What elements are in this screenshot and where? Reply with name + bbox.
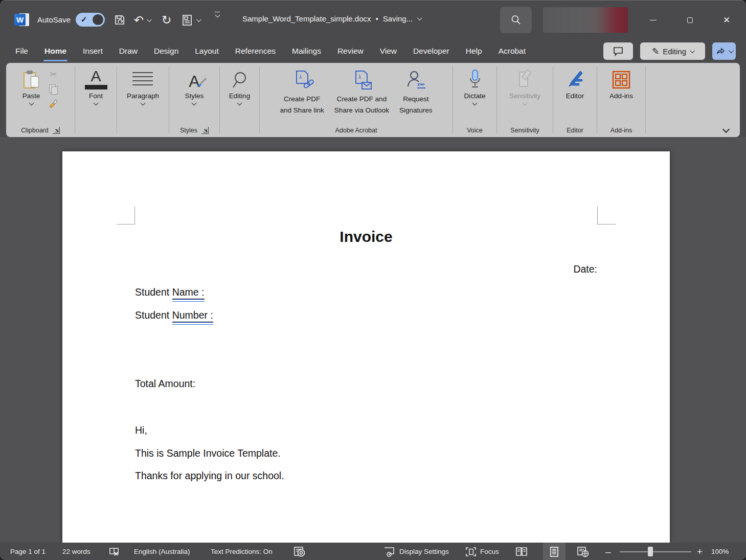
web-layout-icon — [577, 546, 589, 557]
print-layout-button[interactable] — [543, 543, 566, 560]
comments-button[interactable] — [603, 42, 633, 60]
student-number-field[interactable]: Number : — [172, 309, 213, 322]
font-icon: A — [91, 69, 101, 84]
focus-button[interactable]: Focus — [465, 543, 499, 560]
minimize-button[interactable] — [641, 8, 665, 32]
undo-button[interactable]: ↶ — [134, 12, 150, 28]
chevron-down-icon — [29, 101, 34, 106]
customize-qat-button[interactable] — [215, 12, 220, 28]
create-pdf-share-link-button[interactable]: λ Create PDF and Share link — [275, 68, 329, 115]
addins-label: Add-ins — [609, 92, 633, 100]
tab-file[interactable]: File — [7, 39, 36, 63]
proofing-status-button[interactable] — [109, 543, 120, 560]
editor-button[interactable]: Editor — [565, 68, 585, 100]
chevron-down-icon — [141, 101, 146, 106]
chevron-down-icon — [192, 101, 197, 106]
sensitivity-button: Sensitivity — [509, 68, 540, 105]
clipboard-group: Paste ✂ Clipboard — [6, 63, 75, 137]
tab-design[interactable]: Design — [146, 39, 187, 63]
dictate-button[interactable]: Dictate — [464, 68, 485, 105]
tab-home[interactable]: Home — [36, 39, 75, 63]
chevron-down-icon — [417, 15, 422, 20]
styles-menu-button[interactable]: A Styles — [185, 68, 204, 105]
zoom-out-button[interactable]: – — [605, 543, 611, 560]
title-bar: W AutoSave ✓ ↶ ↻ Sample_Word_Template_si… — [0, 1, 746, 39]
sensitivity-label: Sensitivity — [509, 92, 540, 100]
search-button[interactable] — [500, 7, 532, 33]
document-title-menu[interactable]: Sample_Word_Template_simple.docx • Savin… — [242, 14, 421, 23]
ribbon-spacer — [646, 63, 740, 137]
zoom-in-button[interactable]: + — [697, 543, 703, 560]
text-predictions-status[interactable]: Text Predictions: On — [211, 543, 273, 560]
tab-help[interactable]: Help — [458, 39, 490, 63]
word-count[interactable]: 22 words — [62, 543, 91, 560]
student-name-field[interactable]: Name : — [172, 286, 205, 299]
editor-icon — [565, 69, 585, 89]
redo-button[interactable]: ↻ — [162, 12, 171, 28]
request-signatures-button[interactable]: x Request Signatures — [394, 68, 438, 115]
margin-corner-mark-right — [597, 207, 616, 225]
print-layout-icon — [550, 546, 559, 557]
body-line: This is Sample Invoice Template. — [135, 447, 597, 459]
cut-icon[interactable]: ✂ — [50, 69, 57, 80]
comment-icon — [613, 47, 623, 56]
pdf-link-label-2: and Share link — [280, 106, 324, 115]
editing-menu-button[interactable]: Editing — [229, 68, 250, 105]
font-menu-button[interactable]: A Font — [85, 68, 107, 105]
user-account-blurred[interactable] — [543, 7, 628, 33]
tab-mailings[interactable]: Mailings — [284, 39, 329, 63]
page-count[interactable]: Page 1 of 1 — [10, 543, 46, 560]
tab-draw[interactable]: Draw — [111, 39, 146, 63]
editing-mode-button[interactable]: ✎ Editing — [640, 42, 705, 60]
web-layout-button[interactable] — [577, 543, 589, 560]
tab-review[interactable]: Review — [329, 39, 372, 63]
document-page[interactable]: Invoice Date: Student Name : Student Num… — [62, 151, 670, 543]
microphone-icon — [468, 69, 482, 89]
language-status[interactable]: English (Australia) — [134, 543, 190, 560]
zoom-slider-handle[interactable] — [648, 547, 653, 556]
paste-label: Paste — [22, 92, 40, 100]
ribbon: Paste ✂ Clipboard A — [6, 63, 740, 137]
pdf-link-label-1: Create PDF — [284, 95, 320, 104]
addins-button[interactable]: Add-ins — [609, 68, 633, 100]
read-mode-button[interactable] — [515, 543, 529, 560]
editor-group: Editor Editor — [553, 63, 597, 137]
format-painter-icon[interactable] — [48, 98, 58, 108]
search-icon — [510, 14, 522, 26]
create-pdf-share-outlook-button[interactable]: λ Create PDF and Share via Outlook — [329, 68, 394, 115]
task-pane-button[interactable] — [182, 12, 200, 28]
share-button[interactable] — [712, 42, 736, 60]
clipboard-dialog-launcher[interactable] — [53, 127, 60, 134]
tab-insert[interactable]: Insert — [75, 39, 111, 63]
zoom-percentage[interactable]: 100% — [711, 543, 729, 560]
styles-dialog-launcher[interactable] — [201, 127, 209, 134]
editing-mode-label: Editing — [663, 47, 686, 56]
save-button[interactable] — [114, 12, 126, 28]
copy-icon[interactable] — [49, 84, 57, 94]
chevron-down-icon — [728, 48, 733, 53]
word-window: W AutoSave ✓ ↶ ↻ Sample_Word_Template_si… — [0, 0, 746, 560]
voice-group: Dictate Voice — [453, 63, 496, 137]
paste-button[interactable]: Paste — [22, 68, 40, 105]
tab-acrobat[interactable]: Acrobat — [490, 39, 534, 63]
tab-references[interactable]: References — [227, 39, 284, 63]
adobe-acrobat-group: λ Create PDF and Share link λ Create PDF… — [260, 63, 453, 137]
word-logo-icon[interactable]: W — [14, 12, 29, 27]
read-mode-icon — [515, 547, 529, 557]
voice-group-label: Voice — [467, 127, 483, 134]
chevron-down-icon — [237, 101, 242, 106]
tab-developer[interactable]: Developer — [405, 39, 458, 63]
paragraph-menu-button[interactable]: Paragraph — [127, 68, 159, 105]
paragraph-label: Paragraph — [127, 92, 159, 100]
collapse-ribbon-chevron-icon[interactable] — [722, 126, 730, 133]
chevron-down-icon — [147, 17, 152, 22]
tab-view[interactable]: View — [372, 39, 405, 63]
display-settings-label: Display Settings — [399, 548, 449, 555]
zoom-slider-track[interactable] — [620, 551, 691, 553]
editor-status-button[interactable] — [293, 543, 306, 560]
tab-layout[interactable]: Layout — [187, 39, 227, 63]
close-button[interactable]: ✕ — [715, 8, 738, 32]
maximize-button[interactable] — [678, 8, 702, 32]
display-settings-button[interactable]: Display Settings — [383, 543, 449, 560]
autosave-toggle[interactable]: ✓ — [76, 13, 105, 27]
